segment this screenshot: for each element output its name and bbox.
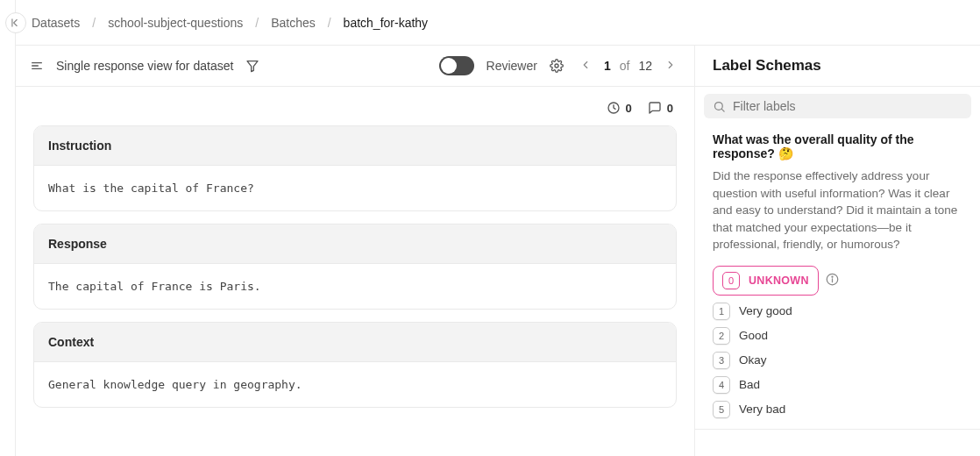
filter-icon[interactable]: [245, 59, 259, 73]
context-card-header: Context: [34, 323, 676, 362]
left-rail: [0, 0, 16, 456]
label-option-good[interactable]: 2 Good: [713, 327, 962, 345]
pager-current: 1: [604, 59, 611, 73]
info-icon[interactable]: [826, 273, 839, 289]
label-option-label: UNKNOWN: [749, 274, 809, 287]
pager-next[interactable]: [661, 55, 680, 77]
side-panel: Label Schemas What was the overall quali…: [695, 46, 980, 456]
breadcrumb-separator: /: [250, 16, 264, 30]
time-count[interactable]: 0: [607, 101, 632, 115]
meta-counts: 0 0: [33, 97, 677, 125]
instruction-card-header: Instruction: [34, 126, 676, 166]
context-card: Context General knowledge query in geogr…: [33, 322, 677, 408]
settings-icon[interactable]: [550, 59, 564, 73]
label-option-key: 5: [713, 401, 730, 418]
label-question-title: What was the overall quality of the resp…: [713, 132, 962, 160]
label-option-very-bad[interactable]: 5 Very bad: [713, 401, 962, 418]
instruction-card: Instruction What is the capital of Franc…: [33, 125, 677, 211]
breadcrumb-separator: /: [87, 16, 101, 30]
label-option-key: 4: [713, 376, 730, 394]
comment-count[interactable]: 0: [648, 101, 673, 115]
pager: 1 of 12: [576, 55, 680, 77]
response-card-body: The capital of France is Paris.: [34, 264, 676, 309]
label-option-key: 3: [713, 352, 730, 369]
label-option-label: Very bad: [739, 403, 785, 416]
time-count-value: 0: [626, 102, 632, 115]
filter-labels-input-wrap[interactable]: [704, 94, 971, 118]
label-option-label: Bad: [739, 378, 760, 391]
breadcrumb: Datasets / school-subject-questions / Ba…: [16, 0, 980, 46]
breadcrumb-batches[interactable]: Batches: [271, 16, 316, 30]
toolbar: Single response view for dataset Reviewe…: [16, 46, 695, 87]
label-option-label: Good: [739, 329, 768, 342]
label-question-desc: Did the response effectively address you…: [713, 167, 962, 253]
filter-labels-input[interactable]: [733, 99, 962, 113]
label-option-bad[interactable]: 4 Bad: [713, 376, 962, 394]
comment-count-value: 0: [667, 102, 673, 115]
label-option-key: 0: [722, 272, 740, 289]
search-icon: [713, 100, 726, 113]
instruction-card-body: What is the capital of France?: [34, 166, 676, 210]
svg-line-8: [721, 109, 724, 111]
label-option-unknown[interactable]: 0 UNKNOWN: [713, 266, 819, 296]
pager-total: 12: [638, 59, 652, 73]
breadcrumb-current: batch_for-kathy: [344, 16, 429, 30]
label-option-key: 2: [713, 327, 730, 345]
svg-point-5: [555, 64, 558, 68]
breadcrumb-separator: /: [323, 16, 337, 30]
reviewer-label: Reviewer: [486, 59, 537, 73]
svg-point-7: [715, 102, 723, 110]
comment-icon: [648, 101, 662, 115]
label-options: 0 UNKNOWN 1 Very good 2 Good 3 Okay 4: [713, 266, 962, 429]
svg-point-11: [832, 276, 833, 277]
label-option-very-good[interactable]: 1 Very good: [713, 303, 962, 320]
breadcrumb-dataset-name[interactable]: school-subject-questions: [108, 16, 243, 30]
context-card-body: General knowledge query in geography.: [34, 362, 676, 407]
label-option-okay[interactable]: 3 Okay: [713, 352, 962, 369]
clock-icon: [607, 101, 621, 115]
main-content: 0 0 Instruction What is the capital of F…: [16, 87, 695, 456]
response-card-header: Response: [34, 224, 676, 264]
pager-prev[interactable]: [576, 55, 595, 77]
label-option-label: Okay: [739, 353, 767, 367]
label-question: What was the overall quality of the resp…: [695, 124, 980, 429]
reviewer-toggle[interactable]: [439, 56, 474, 75]
view-label: Single response view for dataset: [56, 59, 233, 73]
side-divider: [695, 429, 980, 430]
label-option-label: Very good: [739, 304, 792, 317]
label-option-key: 1: [713, 303, 730, 320]
pager-of: of: [620, 59, 630, 73]
svg-marker-4: [247, 61, 258, 72]
chevron-left-bar-icon: [10, 17, 22, 29]
response-card: Response The capital of France is Paris.: [33, 224, 677, 310]
list-icon[interactable]: [30, 59, 44, 73]
collapse-sidebar-button[interactable]: [5, 12, 26, 33]
breadcrumb-datasets[interactable]: Datasets: [32, 16, 80, 30]
side-panel-title: Label Schemas: [695, 46, 980, 87]
